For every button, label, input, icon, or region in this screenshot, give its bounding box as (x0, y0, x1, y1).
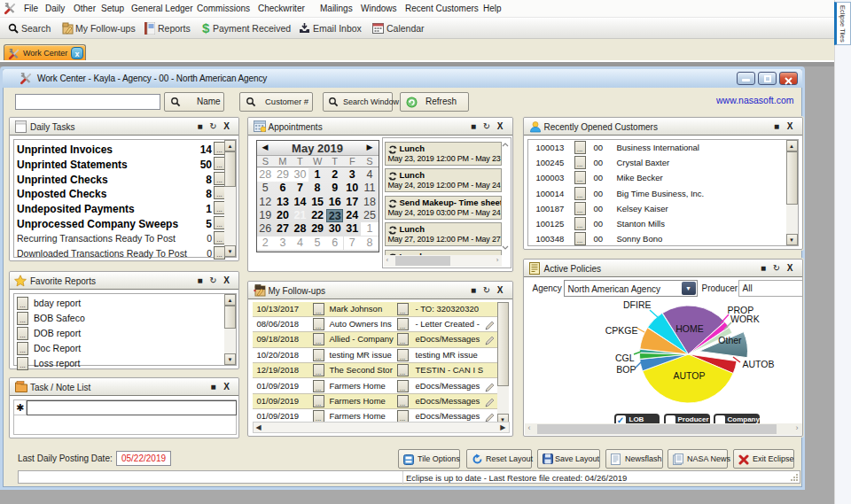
svg-text:Other: Other (718, 335, 742, 345)
svg-text:BOP: BOP (616, 364, 636, 375)
svg-text:AUTOB: AUTOB (742, 359, 774, 369)
svg-text:HOME: HOME (675, 323, 704, 334)
svg-text:CGL: CGL (614, 353, 634, 363)
svg-text:WORK: WORK (730, 314, 760, 324)
svg-text:CPKGE: CPKGE (605, 325, 637, 336)
svg-text:DFIRE: DFIRE (623, 299, 652, 310)
svg-text:AUTOP: AUTOP (673, 370, 705, 381)
